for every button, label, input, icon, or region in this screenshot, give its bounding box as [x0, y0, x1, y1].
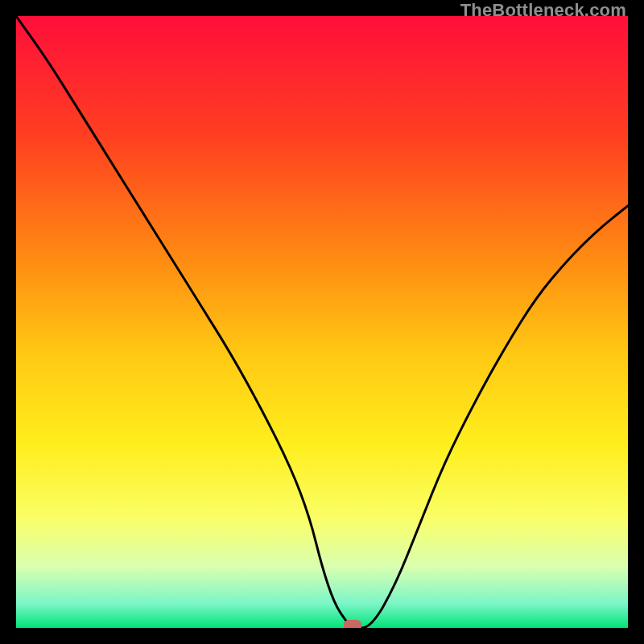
bottleneck-chart	[16, 16, 628, 628]
optimal-marker	[344, 620, 361, 628]
gradient-background	[16, 16, 628, 628]
watermark-text: TheBottleneck.com	[460, 0, 626, 21]
chart-frame	[16, 16, 628, 628]
